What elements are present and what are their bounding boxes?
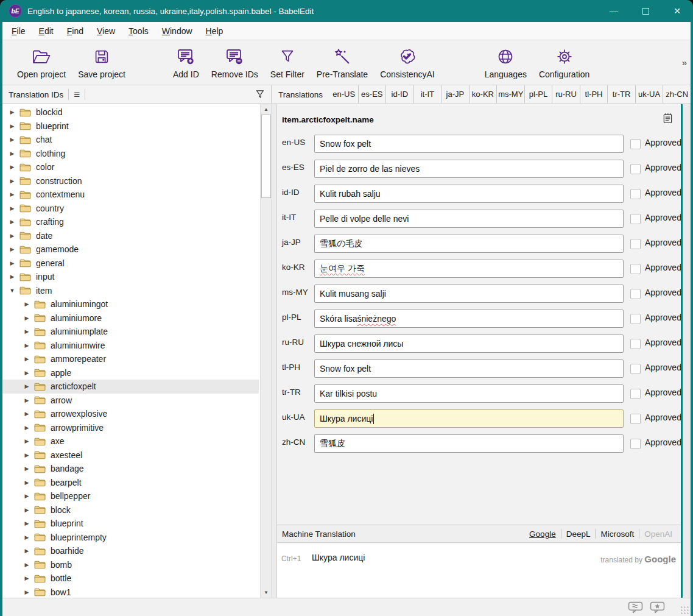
tree-item-arcticfoxpelt[interactable]: ▶arcticfoxpelt [2, 380, 259, 394]
approved-checkbox-tr-TR[interactable] [630, 389, 641, 399]
approved-checkbox-ru-RU[interactable] [630, 339, 641, 349]
tree-item-blueprint[interactable]: ▶blueprint [2, 517, 259, 531]
lang-column-uk-UA[interactable]: uk-UA [635, 85, 663, 104]
tree-item-bomb[interactable]: ▶bomb [2, 558, 259, 572]
approved-checkbox-tl-PH[interactable] [630, 364, 641, 374]
mt-suggestion-row[interactable]: Ctrl+1 Шкура лисиці translated by Google [277, 552, 677, 565]
tree-item-aluminiumplate[interactable]: ▶aluminiumplate [2, 325, 259, 339]
tree-item-date[interactable]: ▶date [2, 229, 259, 243]
approved-checkbox-en-US[interactable] [630, 139, 641, 149]
chevron-right-icon[interactable]: ▶ [22, 342, 32, 349]
chevron-right-icon[interactable]: ▶ [7, 164, 17, 170]
tree-item-axe[interactable]: ▶axe [2, 434, 259, 448]
approved-checkbox-id-ID[interactable] [630, 189, 641, 199]
title-bar[interactable]: bE English to japanese, korean, russia, … [0, 0, 693, 22]
chevron-right-icon[interactable]: ▶ [22, 480, 32, 486]
tree-item-bandage[interactable]: ▶bandage [2, 462, 259, 476]
tree-item-ammorepeater[interactable]: ▶ammorepeater [2, 352, 259, 366]
chevron-right-icon[interactable]: ▶ [7, 109, 17, 115]
maximize-button[interactable] [630, 0, 661, 22]
lang-column-id-ID[interactable]: id-ID [385, 85, 413, 104]
tree-filter-icon[interactable] [254, 88, 266, 104]
lang-column-ja-JP[interactable]: ja-JP [441, 85, 469, 104]
approved-checkbox-zh-CN[interactable] [630, 439, 641, 449]
chevron-right-icon[interactable]: ▶ [22, 452, 32, 458]
tree-item-aluminiumore[interactable]: ▶aluminiumore [2, 311, 259, 325]
consistencyai-button[interactable]: ConsistencyAI [374, 43, 440, 83]
remove-ids-button[interactable]: Remove IDs [205, 43, 264, 83]
translation-input-tr-TR[interactable]: Kar tilkisi postu [314, 384, 624, 403]
panel-splitter[interactable] [272, 104, 277, 598]
feedback-bubble-icon[interactable] [628, 601, 643, 616]
chevron-right-icon[interactable]: ▶ [22, 589, 32, 595]
toolbar-overflow-button[interactable]: » [682, 57, 686, 68]
translation-input-es-ES[interactable]: Piel de zorro de las nieves [314, 160, 624, 178]
tree-item-color[interactable]: ▶color [2, 160, 259, 174]
tree-item-block[interactable]: ▶block [2, 503, 259, 517]
tree-item-crafting[interactable]: ▶crafting [2, 215, 259, 229]
open-project-button[interactable]: Open project [11, 43, 72, 83]
menu-window[interactable]: Window [155, 22, 199, 40]
approved-checkbox-uk-UA[interactable] [630, 414, 641, 424]
tree-item-bottle[interactable]: ▶bottle [2, 572, 259, 586]
chevron-right-icon[interactable]: ▶ [7, 233, 17, 239]
chevron-right-icon[interactable]: ▶ [7, 191, 17, 197]
tree-item-construction[interactable]: ▶construction [2, 174, 259, 188]
lang-column-ko-KR[interactable]: ko-KR [469, 85, 497, 104]
lang-column-tr-TR[interactable]: tr-TR [607, 85, 635, 104]
chevron-right-icon[interactable]: ▶ [22, 562, 32, 568]
approved-checkbox-ko-KR[interactable] [630, 264, 641, 274]
translation-input-en-US[interactable]: Snow fox pelt [314, 135, 624, 153]
scroll-down-icon[interactable]: ▼ [261, 587, 272, 598]
chevron-right-icon[interactable]: ▶ [7, 150, 17, 157]
tree-item-country[interactable]: ▶country [2, 202, 259, 216]
tree-item-general[interactable]: ▶general [2, 257, 259, 271]
chevron-right-icon[interactable]: ▶ [22, 411, 32, 417]
chevron-right-icon[interactable]: ▶ [7, 246, 17, 252]
tree-item-bellpepper[interactable]: ▶bellpepper [2, 489, 259, 503]
minimize-button[interactable]: — [598, 0, 630, 22]
chevron-right-icon[interactable]: ▶ [22, 548, 32, 554]
chevron-right-icon[interactable]: ▶ [7, 260, 17, 266]
tree-item-contextmenu[interactable]: ▶contextmenu [2, 188, 259, 202]
tree-item-aluminiumwire[interactable]: ▶aluminiumwire [2, 339, 259, 353]
pre-translate-button[interactable]: Pre-Translate [311, 43, 374, 83]
tree-item-chat[interactable]: ▶chat [2, 133, 259, 147]
tree-item-axesteel[interactable]: ▶axesteel [2, 448, 259, 462]
tree-item-blueprint[interactable]: ▶blueprint [2, 119, 259, 133]
translation-input-it-IT[interactable]: Pelle di volpe delle nevi [314, 210, 624, 228]
menu-help[interactable]: Help [199, 22, 230, 40]
chevron-right-icon[interactable]: ▶ [22, 397, 32, 403]
tree-item-clothing[interactable]: ▶clothing [2, 147, 259, 161]
tree-item-gamemode[interactable]: ▶gamemode [2, 243, 259, 257]
tree-item-boarhide[interactable]: ▶boarhide [2, 544, 259, 558]
approved-checkbox-pl-PL[interactable] [630, 314, 641, 324]
chevron-right-icon[interactable]: ▶ [22, 356, 32, 362]
lang-column-tl-PH[interactable]: tl-PH [580, 85, 608, 104]
chevron-right-icon[interactable]: ▶ [22, 438, 32, 444]
chevron-down-icon[interactable]: ▼ [7, 288, 17, 294]
mt-provider-microsoft[interactable]: Microsoft [596, 529, 639, 539]
tree-item-item[interactable]: ▼item [2, 284, 259, 298]
chevron-right-icon[interactable]: ▶ [7, 205, 17, 211]
tree-item-arrow[interactable]: ▶arrow [2, 394, 259, 408]
tree-item-blockid[interactable]: ▶blockid [2, 105, 259, 119]
configuration-button[interactable]: Configuration [533, 43, 596, 83]
approved-checkbox-ja-JP[interactable] [630, 239, 641, 249]
chevron-right-icon[interactable]: ▶ [22, 425, 32, 431]
set-filter-button[interactable]: Set Filter [264, 43, 311, 83]
tree-item-bearpelt[interactable]: ▶bearpelt [2, 476, 259, 490]
chevron-right-icon[interactable]: ▶ [22, 507, 32, 513]
menu-file[interactable]: File [5, 22, 32, 40]
translations-scrollbar[interactable] [683, 104, 691, 598]
tree-item-input[interactable]: ▶input [2, 270, 259, 284]
languages-button[interactable]: Languages [479, 43, 533, 83]
translation-input-ko-KR[interactable]: 눈여우 가죽 [314, 260, 624, 278]
chevron-right-icon[interactable]: ▶ [7, 274, 17, 280]
scroll-up-icon[interactable]: ▲ [261, 104, 272, 115]
lang-column-it-IT[interactable]: it-IT [413, 85, 441, 104]
chevron-right-icon[interactable]: ▶ [7, 123, 17, 129]
lang-column-es-ES[interactable]: es-ES [358, 85, 386, 104]
lang-column-pl-PL[interactable]: pl-PL [524, 85, 552, 104]
resize-grip[interactable] [680, 606, 689, 614]
